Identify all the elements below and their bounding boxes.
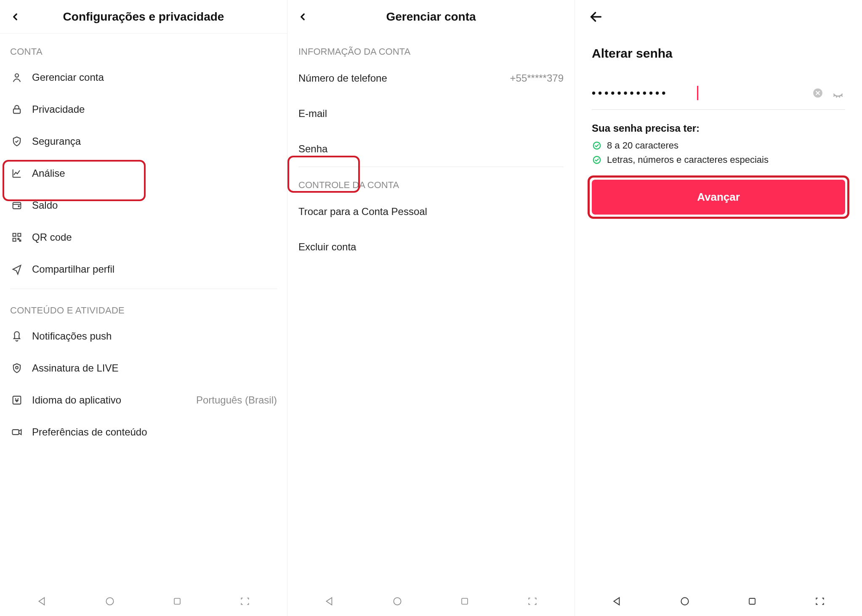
back-button[interactable]: [588, 8, 604, 25]
svg-rect-6: [13, 238, 16, 241]
live-icon: [10, 361, 24, 375]
svg-rect-21: [749, 598, 755, 604]
menu-item-balance[interactable]: Saldo: [0, 189, 287, 221]
svg-point-3: [19, 206, 19, 207]
text-caret: [697, 86, 698, 100]
menu-label: Privacidade: [32, 104, 85, 115]
menu-item-qrcode[interactable]: QR code: [0, 221, 287, 253]
next-button[interactable]: Avançar: [592, 180, 845, 215]
page-title: Gerenciar conta: [309, 10, 553, 24]
menu-label: Gerenciar conta: [32, 72, 104, 83]
toggle-visibility-button[interactable]: [831, 86, 845, 100]
content: Alterar senha •••••••••••• Sua senha pre…: [575, 34, 862, 227]
menu-label: Segurança: [32, 135, 81, 147]
nav-home[interactable]: [101, 593, 118, 610]
menu-label: Análise: [32, 167, 65, 179]
svg-rect-4: [13, 234, 16, 236]
share-icon: [10, 263, 24, 276]
section-label-control: CONTROLE DA CONTA: [287, 167, 575, 194]
lock-icon: [10, 103, 24, 116]
section-label-content: CONTEÚDO E ATIVIDADE: [0, 292, 287, 320]
requirement-2: Letras, números e caracteres especiais: [592, 154, 845, 165]
password-input[interactable]: ••••••••••••: [592, 87, 699, 100]
svg-rect-2: [13, 202, 21, 209]
chevron-left-icon: [297, 11, 308, 22]
row-password[interactable]: Senha: [287, 131, 575, 167]
nav-home[interactable]: [676, 593, 693, 610]
page-title: Alterar senha: [592, 46, 845, 61]
menu-item-push[interactable]: Notificações push: [0, 320, 287, 352]
bell-icon: [10, 329, 24, 343]
requirement-text: 8 a 20 caracteres: [607, 140, 678, 151]
android-navbar: [287, 587, 575, 616]
svg-rect-15: [462, 598, 468, 604]
wallet-icon: [10, 199, 24, 212]
nav-screenshot[interactable]: [237, 593, 253, 610]
menu-item-analytics[interactable]: Análise: [0, 157, 287, 189]
svg-point-12: [106, 597, 113, 605]
row-label: Número de telefone: [298, 72, 387, 84]
button-wrap: Avançar: [592, 180, 845, 215]
row-switch-account[interactable]: Trocar para a Conta Pessoal: [287, 194, 575, 229]
shield-icon: [10, 135, 24, 148]
user-icon: [10, 71, 24, 84]
header: Gerenciar conta: [287, 0, 575, 34]
arrow-left-icon: [589, 10, 603, 24]
back-button[interactable]: [296, 10, 309, 24]
svg-rect-11: [13, 430, 19, 435]
clear-button[interactable]: [811, 86, 825, 100]
row-delete-account[interactable]: Excluir conta: [287, 229, 575, 265]
header: Configurações e privacidade: [0, 0, 287, 34]
nav-recent[interactable]: [169, 593, 186, 610]
menu-label: Preferências de conteúdo: [32, 426, 147, 438]
row-label: Excluir conta: [298, 241, 356, 253]
menu-label: Saldo: [32, 199, 58, 211]
menu-label: Assinatura de LIVE: [32, 362, 118, 374]
android-navbar: [575, 587, 862, 616]
menu-item-language[interactable]: Idioma do aplicativo Português (Brasil): [0, 384, 287, 416]
chart-icon: [10, 167, 24, 180]
nav-home[interactable]: [389, 593, 406, 610]
menu-item-content-pref[interactable]: Preferências de conteúdo: [0, 416, 287, 448]
svg-rect-8: [19, 240, 21, 241]
nav-screenshot[interactable]: [524, 593, 541, 610]
row-label: Trocar para a Conta Pessoal: [298, 206, 427, 218]
row-label: E-mail: [298, 108, 327, 119]
svg-rect-7: [18, 238, 19, 239]
svg-point-20: [681, 597, 688, 605]
nav-screenshot[interactable]: [811, 593, 828, 610]
manage-account-panel: Gerenciar conta INFORMAÇÃO DA CONTA Núme…: [287, 0, 575, 616]
svg-point-14: [394, 597, 401, 605]
nav-recent[interactable]: [456, 593, 473, 610]
nav-recent[interactable]: [744, 593, 761, 610]
menu-item-share-profile[interactable]: Compartilhar perfil: [0, 253, 287, 285]
divider: [10, 289, 277, 289]
chevron-left-icon: [10, 11, 21, 22]
android-navbar: [0, 587, 287, 616]
nav-back[interactable]: [321, 593, 338, 610]
menu-label: Idioma do aplicativo: [32, 394, 121, 406]
menu-value: Português (Brasil): [196, 394, 277, 406]
nav-back[interactable]: [609, 593, 625, 610]
close-circle-icon: [812, 88, 823, 98]
nav-back[interactable]: [34, 593, 51, 610]
password-field-row: ••••••••••••: [592, 82, 845, 110]
page-title: Configurações e privacidade: [22, 10, 265, 24]
svg-rect-13: [174, 598, 180, 604]
menu-item-security[interactable]: Segurança: [0, 125, 287, 157]
back-button[interactable]: [8, 10, 22, 24]
video-icon: [10, 425, 24, 439]
change-password-panel: Alterar senha •••••••••••• Sua senha pre…: [575, 0, 862, 616]
svg-point-0: [15, 74, 19, 77]
menu-item-live-sub[interactable]: Assinatura de LIVE: [0, 352, 287, 384]
menu-label: Notificações push: [32, 330, 112, 342]
menu-item-manage-account[interactable]: Gerenciar conta: [0, 61, 287, 93]
qr-icon: [10, 231, 24, 244]
menu-item-privacy[interactable]: Privacidade: [0, 93, 287, 125]
check-icon: [592, 141, 602, 151]
svg-rect-1: [13, 109, 20, 114]
row-phone[interactable]: Número de telefone +55*****379: [287, 61, 575, 96]
row-email[interactable]: E-mail: [287, 96, 575, 131]
svg-rect-10: [13, 396, 21, 404]
requirements-title: Sua senha precisa ter:: [592, 122, 845, 134]
